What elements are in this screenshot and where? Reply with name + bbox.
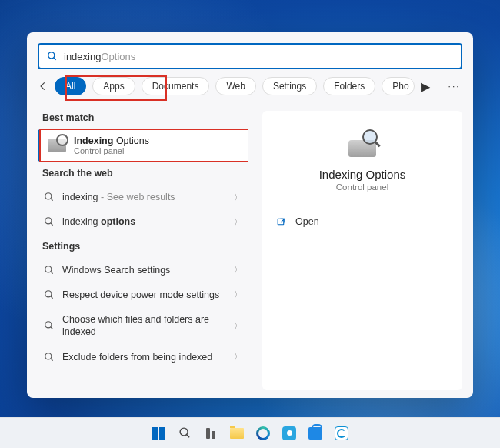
- search-typed-text: indexing: [64, 51, 101, 62]
- search-icon: [44, 265, 55, 276]
- tab-folders[interactable]: Folders: [323, 77, 375, 95]
- tab-web[interactable]: Web: [215, 77, 255, 95]
- task-view-icon: [206, 428, 215, 439]
- search-icon: [44, 289, 55, 300]
- settings-result[interactable]: Exclude folders from being indexed 〉: [38, 345, 248, 369]
- svg-line-11: [51, 327, 53, 329]
- best-match-result[interactable]: Indexing Options Control panel: [38, 129, 248, 162]
- svg-point-15: [180, 428, 188, 436]
- svg-line-3: [51, 199, 53, 201]
- section-settings: Settings: [42, 241, 248, 252]
- svg-point-10: [45, 322, 52, 328]
- back-button[interactable]: [38, 77, 48, 95]
- teamviewer-button[interactable]: [331, 423, 352, 444]
- detail-subtitle: Control panel: [336, 182, 388, 192]
- tabs-overflow-icon[interactable]: ▶: [421, 79, 430, 94]
- edge-icon: [256, 426, 270, 440]
- svg-point-8: [45, 291, 52, 297]
- svg-rect-14: [278, 219, 284, 225]
- chevron-right-icon: 〉: [234, 351, 242, 363]
- chevron-right-icon: 〉: [234, 216, 242, 228]
- chevron-right-icon: 〉: [234, 192, 242, 203]
- settings-result[interactable]: Windows Search settings 〉: [38, 258, 248, 283]
- svg-line-1: [54, 58, 56, 60]
- best-match-text: Indexing Options Control panel: [74, 135, 149, 155]
- svg-line-16: [186, 435, 189, 438]
- store-button[interactable]: [305, 423, 326, 444]
- results-content: Best match Indexing Options Control pane…: [27, 103, 473, 398]
- svg-line-13: [51, 358, 53, 360]
- tab-apps[interactable]: Apps: [92, 77, 135, 95]
- settings-result-label: Windows Search settings: [62, 264, 226, 276]
- svg-point-6: [45, 266, 52, 272]
- settings-result-label: Respect device power mode settings: [62, 289, 226, 301]
- svg-line-7: [51, 271, 53, 273]
- settings-result[interactable]: Respect device power mode settings 〉: [38, 283, 248, 307]
- search-bar-container: indexing Options: [27, 32, 473, 77]
- file-explorer-button[interactable]: [226, 423, 248, 444]
- photos-button[interactable]: [278, 423, 300, 444]
- search-icon: [47, 51, 58, 62]
- svg-point-2: [45, 193, 52, 199]
- web-result-indexing-options[interactable]: indexing options 〉: [38, 209, 248, 234]
- search-autocomplete: Options: [101, 51, 135, 62]
- svg-line-5: [51, 223, 53, 226]
- settings-result-label: Choose which files and folders are index…: [62, 313, 226, 339]
- search-icon: [44, 320, 55, 331]
- settings-result[interactable]: Choose which files and folders are index…: [38, 307, 248, 345]
- svg-line-9: [51, 296, 53, 299]
- start-search-panel: indexing Options All Apps Documents Web …: [27, 32, 473, 398]
- section-search-web: Search the web: [42, 168, 248, 179]
- photos-icon: [282, 426, 296, 440]
- taskbar: [0, 417, 500, 448]
- svg-point-12: [45, 353, 52, 359]
- section-best-match: Best match: [42, 112, 248, 123]
- tab-documents[interactable]: Documents: [142, 77, 210, 95]
- tab-photos-truncated[interactable]: Pho: [382, 77, 414, 95]
- tab-settings[interactable]: Settings: [262, 77, 317, 95]
- web-results-list: indexing - See web results 〉 indexing op…: [38, 185, 248, 235]
- indexing-options-icon: [48, 139, 66, 152]
- svg-point-0: [48, 52, 55, 59]
- tab-all[interactable]: All: [55, 77, 86, 95]
- results-left-column: Best match Indexing Options Control pane…: [27, 103, 248, 398]
- search-icon: [178, 426, 192, 440]
- search-icon: [44, 216, 55, 227]
- taskbar-search-button[interactable]: [174, 423, 195, 444]
- teamviewer-icon: [335, 426, 348, 440]
- search-text: indexing Options: [64, 51, 135, 62]
- search-icon: [44, 192, 55, 202]
- chevron-right-icon: 〉: [234, 289, 242, 300]
- store-icon: [308, 427, 322, 440]
- detail-card: Indexing Options Control panel Open: [262, 111, 462, 390]
- folder-icon: [230, 428, 244, 439]
- chevron-right-icon: 〉: [234, 264, 242, 276]
- detail-pane: Indexing Options Control panel Open: [248, 103, 473, 398]
- windows-logo-icon: [152, 427, 165, 440]
- search-icon: [44, 352, 55, 363]
- detail-title: Indexing Options: [319, 168, 406, 181]
- chevron-right-icon: 〉: [234, 320, 242, 332]
- web-result-label: indexing - See web results: [62, 191, 226, 203]
- web-result-label: indexing options: [62, 216, 226, 228]
- search-input[interactable]: indexing Options: [38, 43, 462, 69]
- tabs-menu-button[interactable]: ···: [442, 81, 467, 92]
- filter-tabs: All Apps Documents Web Settings Folders …: [27, 77, 473, 103]
- web-result-indexing[interactable]: indexing - See web results 〉: [38, 185, 248, 209]
- settings-results-list: Windows Search settings 〉 Respect device…: [38, 258, 248, 369]
- settings-result-label: Exclude folders from being indexed: [62, 351, 226, 363]
- start-button[interactable]: [148, 423, 169, 444]
- task-view-button[interactable]: [200, 423, 222, 444]
- best-match-subtitle: Control panel: [74, 146, 149, 155]
- open-external-icon: [276, 217, 286, 227]
- edge-button[interactable]: [252, 423, 274, 444]
- best-match-title: Indexing Options: [74, 135, 149, 146]
- indexing-options-large-icon: [344, 129, 381, 157]
- open-action[interactable]: Open: [273, 212, 452, 232]
- open-label: Open: [295, 216, 319, 227]
- svg-point-4: [45, 218, 52, 224]
